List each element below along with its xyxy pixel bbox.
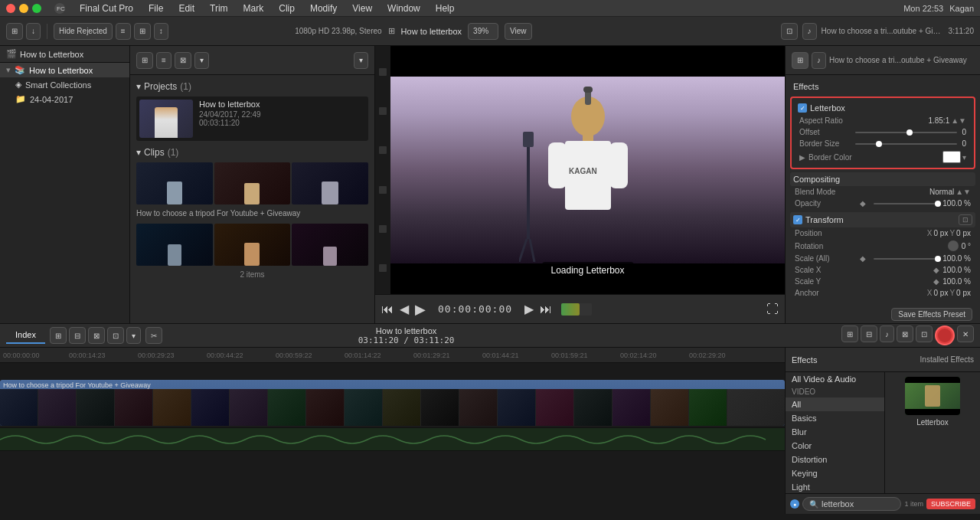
sidebar-item-library[interactable]: ▾ 📚 How to Letterbox (0, 63, 129, 77)
transform-reset-btn[interactable]: ⊡ (959, 214, 972, 225)
timeline-tracks: How to choose a tripod For Youtube + Giv… (0, 363, 785, 514)
sort-btn[interactable]: ↕ (154, 23, 168, 40)
clip-thumb-6[interactable] (292, 224, 368, 266)
tl-right-3[interactable]: ♪ (880, 325, 894, 342)
preview-fullscreen-btn[interactable]: ⛶ (766, 303, 779, 316)
sidebar-smart-collections-label: Smart Collections (25, 80, 91, 90)
preview-play-btn[interactable]: ▶ (415, 301, 426, 318)
check-icon-2: ✓ (795, 217, 801, 224)
border-size-slider[interactable] (855, 143, 958, 145)
tl-blade-btn[interactable]: ✂ (145, 327, 162, 344)
effects-blur[interactable]: Blur (786, 425, 884, 439)
close-button[interactable] (6, 4, 15, 13)
menu-view[interactable]: View (349, 2, 375, 15)
letterbox-effect-thumb[interactable] (905, 377, 960, 415)
clip-thumb-1[interactable] (136, 162, 213, 204)
timeline-clip-main[interactable]: How to choose a tripod For Youtube + Giv… (0, 380, 785, 426)
clips-grid: How to choose a tripod For Youtube + Giv… (136, 162, 368, 266)
tl-right-2[interactable]: ⊟ (861, 325, 877, 342)
tl-right-7[interactable]: ✕ (957, 325, 974, 342)
subscribe-btn[interactable]: SUBSCRIBE (926, 499, 975, 509)
menu-fcp[interactable]: Final Cut Pro (77, 2, 136, 15)
clip-thumb-3[interactable] (292, 162, 368, 204)
tl-tool-2[interactable]: ⊟ (69, 327, 86, 344)
index-tab[interactable]: Index (6, 327, 45, 344)
effects-panel-toggle-btn[interactable] (935, 325, 955, 345)
inspector-type-btn2[interactable]: ♪ (812, 52, 826, 69)
sidebar-item-smart-collections[interactable]: ◈ Smart Collections (0, 77, 129, 92)
opacity-slider[interactable] (874, 203, 939, 204)
tl-right-4[interactable]: ⊠ (897, 325, 913, 342)
tl-right-1[interactable]: ⊞ (841, 325, 858, 342)
side-dot-4 (379, 186, 387, 194)
effects-color[interactable]: Color (786, 439, 884, 453)
project-item[interactable]: How to letterbox 24/04/2017, 22:49 00:03… (136, 96, 368, 141)
compositing-header[interactable]: Compositing (790, 172, 975, 186)
menu-edit[interactable]: Edit (175, 2, 198, 15)
menu-help[interactable]: Help (433, 2, 458, 15)
effects-all[interactable]: All (786, 397, 884, 411)
transform-checkbox[interactable]: ✓ (793, 215, 802, 224)
effects-search-input[interactable] (822, 499, 867, 509)
letterbox-checkbox[interactable]: ✓ (798, 103, 807, 113)
effects-search-box[interactable]: 🔍 (802, 497, 901, 511)
library-icon: 📚 (15, 65, 25, 75)
inspector-type-btn1[interactable]: ⊞ (792, 52, 808, 69)
clip-thumb-2[interactable] (214, 162, 291, 204)
menu-trim[interactable]: Trim (207, 2, 231, 15)
scale-all-slider[interactable] (874, 258, 939, 260)
preview-back-btn[interactable]: ⏮ (381, 303, 394, 316)
effects-all-video-audio[interactable]: All Video & Audio (786, 372, 884, 386)
browser-view-btn1[interactable]: ⊞ (136, 52, 153, 69)
letterbox-header[interactable]: ✓ Letterbox (795, 101, 971, 115)
effects-basics[interactable]: Basics (786, 411, 884, 425)
preview-video[interactable]: KAGAN Loading Letterbox (375, 46, 785, 294)
tl-tool-1[interactable]: ⊞ (50, 327, 67, 344)
timeline-toolbar: Index ⊞ ⊟ ⊠ ⊡ ▾ ✂ How to letterbox 03:11… (0, 323, 980, 348)
browser-view-btn2[interactable]: ≡ (156, 52, 172, 69)
audio-btn[interactable]: ♪ (802, 23, 817, 40)
libraries-btn[interactable]: ⊞ (6, 23, 23, 40)
tl-tool-4[interactable]: ⊡ (107, 327, 124, 344)
rotation-dial[interactable] (948, 240, 959, 251)
position-y-value: 0 px (956, 229, 971, 237)
effects-keying[interactable]: Keying (786, 466, 884, 480)
color-dropdown-icon[interactable]: ▾ (962, 153, 966, 162)
menu-clip[interactable]: Clip (276, 2, 298, 15)
sidebar-item-date-folder[interactable]: 📁 24-04-2017 (0, 92, 129, 106)
tl-right-5[interactable]: ⊡ (916, 325, 933, 342)
preview-prev-btn[interactable]: ◀ (400, 302, 409, 316)
browser-view-btn4[interactable]: ▾ (194, 52, 209, 69)
browser-view-btn3[interactable]: ⊠ (175, 52, 191, 69)
tl-tool-5[interactable]: ▾ (126, 327, 141, 344)
save-effects-preset-btn[interactable]: Save Effects Preset (891, 308, 972, 321)
tl-tool-3[interactable]: ⊠ (88, 327, 105, 344)
menu-modify[interactable]: Modify (307, 2, 340, 15)
hide-rejected-btn[interactable]: Hide Rejected (54, 23, 113, 40)
clip-thumb-5[interactable] (214, 224, 291, 266)
effects-light[interactable]: Light (786, 480, 884, 493)
browser-action-btn[interactable]: ▾ (354, 52, 368, 69)
preview-next-btn[interactable]: ▶ (524, 302, 534, 316)
zoom-btn[interactable]: 39% (468, 23, 498, 40)
scale-all-value: 100.0 % (942, 254, 971, 263)
offset-slider[interactable] (855, 132, 958, 133)
menu-window[interactable]: Window (384, 2, 423, 15)
side-dot-6 (379, 264, 387, 272)
effects-distortion[interactable]: Distortion (786, 453, 884, 466)
clip-thumb-4[interactable] (136, 224, 213, 266)
view-toggle-btn[interactable]: ⊞ (134, 23, 151, 40)
fullscreen-button[interactable] (32, 4, 41, 13)
inspector-toggle-btn[interactable]: ⊡ (781, 23, 798, 40)
filter-btn[interactable]: ≡ (116, 23, 131, 40)
color-swatch[interactable] (942, 151, 961, 163)
view-btn[interactable]: View (505, 23, 532, 40)
menu-mark[interactable]: Mark (240, 2, 267, 15)
minimize-button[interactable] (19, 4, 28, 13)
menu-file[interactable]: File (145, 2, 166, 15)
import-btn[interactable]: ↓ (26, 23, 41, 40)
preview-end-btn[interactable]: ⏭ (540, 303, 552, 316)
ruler-6: 00:01:29:21 (413, 352, 450, 359)
menubar: FC Final Cut Pro File Edit Trim Mark Cli… (0, 0, 980, 17)
transform-header[interactable]: ✓ Transform ⊡ (790, 212, 975, 227)
